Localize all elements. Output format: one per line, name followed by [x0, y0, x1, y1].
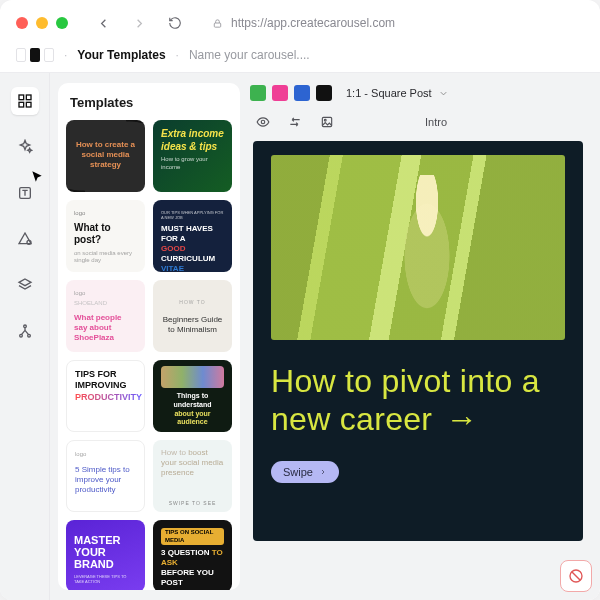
slide-title: Intro [350, 116, 522, 128]
nav-refresh-button[interactable] [162, 10, 188, 36]
nav-forward-button[interactable] [126, 10, 152, 36]
template-card[interactable]: How to create asocial mediastrategy [66, 120, 145, 192]
cursor-icon [30, 170, 44, 184]
template-card[interactable]: logoSHOELAND What people say about ShoeP… [66, 280, 145, 352]
svg-point-12 [324, 119, 326, 121]
swipe-button[interactable]: Swipe [271, 461, 339, 483]
template-card[interactable]: Extra incomeideas & tips How to grow you… [153, 120, 232, 192]
url-text: https://app.createcarousel.com [231, 16, 395, 30]
templates-panel-title: Templates [70, 95, 228, 110]
template-card[interactable]: logo What to post? on social media every… [66, 200, 145, 272]
sidebar-shapes-button[interactable] [11, 225, 39, 253]
social-icon[interactable] [250, 85, 266, 101]
svg-point-7 [23, 325, 26, 328]
svg-rect-1 [19, 95, 24, 100]
template-card[interactable]: OUR TIPS WHEN APPLYING FOR A NEW JOB MUS… [153, 200, 232, 272]
sidebar-templates-button[interactable] [11, 87, 39, 115]
svg-point-6 [27, 240, 31, 244]
template-card[interactable]: HOW TOBeginners Guide to Minimalism [153, 280, 232, 352]
document-swatch-toggle[interactable] [16, 48, 54, 62]
svg-point-10 [261, 120, 265, 124]
breadcrumb-current[interactable]: Your Templates [77, 48, 165, 62]
template-card[interactable]: MASTERYOUR BRAND LEVERAGE THESE TIPS TO … [66, 520, 145, 590]
slide-headline[interactable]: How to pivot into a new career → [271, 362, 565, 439]
svg-rect-0 [214, 23, 220, 27]
image-button[interactable] [318, 113, 336, 131]
template-card[interactable]: How to boost your social media presence … [153, 440, 232, 512]
address-bar[interactable]: https://app.createcarousel.com [212, 16, 395, 30]
svg-point-9 [27, 334, 30, 337]
svg-rect-11 [322, 117, 331, 126]
nav-back-button[interactable] [90, 10, 116, 36]
templates-panel: Templates How to create asocial mediastr… [58, 83, 240, 590]
svg-rect-3 [19, 102, 24, 107]
social-icon[interactable] [294, 85, 310, 101]
slide-photo[interactable] [271, 155, 565, 340]
chevron-right-icon [319, 468, 327, 476]
delete-slide-button[interactable] [560, 560, 592, 592]
svg-rect-4 [26, 102, 31, 107]
arrow-right-icon: → [446, 400, 478, 438]
lock-icon [212, 18, 223, 29]
sidebar-layers-button[interactable] [11, 271, 39, 299]
template-card[interactable]: TIPS FORIMPROVINGPRODUCTIVITY [66, 360, 145, 432]
template-card[interactable]: Things to understandabout your audience [153, 360, 232, 432]
carousel-name-input[interactable]: Name your carousel.... [189, 48, 310, 62]
social-icon[interactable] [316, 85, 332, 101]
template-card[interactable]: logo 5 Simple tips to improve your produ… [66, 440, 145, 512]
sidebar-structure-button[interactable] [11, 317, 39, 345]
slide-canvas[interactable]: How to pivot into a new career → Swipe [253, 141, 583, 541]
svg-rect-2 [26, 95, 31, 100]
chevron-down-icon [438, 88, 449, 99]
template-card[interactable]: TIPS ON SOCIAL MEDIA 3 QUESTION TO ASKBE… [153, 520, 232, 590]
swap-button[interactable] [286, 113, 304, 131]
window-traffic-lights[interactable] [16, 17, 68, 29]
sidebar-ai-button[interactable] [11, 133, 39, 161]
social-icon[interactable] [272, 85, 288, 101]
svg-point-8 [19, 334, 22, 337]
preview-visibility-button[interactable] [254, 113, 272, 131]
aspect-ratio-select[interactable]: 1:1 - Square Post [338, 85, 457, 101]
